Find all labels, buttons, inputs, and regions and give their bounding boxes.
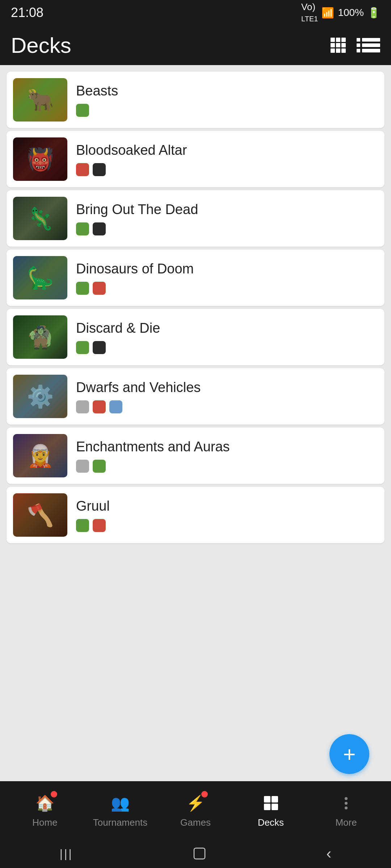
deck-info-bring-out-the-dead: Bring Out The Dead (76, 202, 378, 235)
deck-name: Bloodsoaked Altar (76, 142, 378, 158)
nav-label-games: Games (180, 817, 211, 828)
nav-label-decks: Decks (258, 817, 284, 828)
deck-colors (76, 400, 378, 413)
deck-item-bring-out-the-dead[interactable]: 🦎Bring Out The Dead (7, 190, 384, 247)
deck-item-enchantments-and-auras[interactable]: 🧝Enchantments and Auras (7, 427, 384, 484)
status-bar: 21:08 Vo)LTE1 📶 100% 🔋 (0, 0, 391, 25)
signal-icon: Vo)LTE1 (301, 1, 318, 24)
color-pip-green (76, 282, 89, 295)
nav-label-home: Home (32, 817, 57, 828)
deck-name: Enchantments and Auras (76, 439, 378, 455)
deck-name: Bring Out The Dead (76, 202, 378, 217)
color-pip-gray (76, 460, 89, 473)
grid-view-icon (331, 38, 346, 53)
nav-badge-home (51, 791, 57, 797)
deck-item-bloodsoaked-altar[interactable]: 👹Bloodsoaked Altar (7, 131, 384, 187)
color-pip-green (76, 222, 89, 235)
deck-colors (76, 460, 378, 473)
more-dots-icon (345, 797, 348, 809)
deck-info-discard-and-die: Discard & Die (76, 320, 378, 354)
deck-name: Beasts (76, 83, 378, 99)
color-pip-green (93, 460, 106, 473)
nav-icon-wrap-games: ⚡ (185, 792, 206, 814)
deck-item-beasts[interactable]: 🐂Beasts (7, 72, 384, 128)
deck-thumbnail-image: ⚙️ (27, 384, 54, 409)
app-header: Decks (0, 25, 391, 65)
decks-grid-icon (264, 796, 278, 810)
grid-view-button[interactable] (331, 38, 346, 53)
deck-info-dwarfs-and-vehicles: Dwarfs and Vehicles (76, 380, 378, 413)
deck-colors (76, 282, 378, 295)
add-deck-button[interactable]: + (329, 734, 369, 774)
deck-thumbnail-dinosaurs-of-doom: 🦕 (13, 256, 67, 299)
deck-thumbnail-image: 🧌 (27, 324, 54, 350)
color-pip-green (76, 519, 89, 532)
system-navigation: ||| ‹ (0, 839, 391, 868)
color-pip-green (76, 104, 89, 117)
deck-name: Gruul (76, 498, 378, 514)
deck-thumbnail-image: 🐂 (27, 87, 54, 113)
nav-icon-wrap-home: 🏠 (34, 792, 56, 814)
status-icons: Vo)LTE1 📶 100% 🔋 (301, 1, 380, 24)
deck-item-gruul[interactable]: 🪓Gruul (7, 487, 384, 543)
deck-thumbnail-bring-out-the-dead: 🦎 (13, 197, 67, 240)
fab-container: + (329, 734, 369, 774)
deck-colors (76, 341, 378, 354)
battery-indicator: 100% (338, 7, 364, 18)
deck-thumbnail-image: 🪓 (27, 502, 54, 528)
nav-icon-wrap-tournaments: 👥 (109, 792, 131, 814)
games-icon: ⚡ (186, 794, 205, 812)
nav-item-decks[interactable]: Decks (233, 792, 308, 828)
deck-name: Dinosaurs of Doom (76, 261, 378, 277)
recents-button[interactable]: ||| (60, 847, 73, 860)
deck-thumbnail-gruul: 🪓 (13, 493, 67, 537)
deck-name: Dwarfs and Vehicles (76, 380, 378, 395)
tournaments-icon: 👥 (111, 794, 130, 812)
deck-thumbnail-bloodsoaked-altar: 👹 (13, 137, 67, 181)
color-pip-red (93, 519, 106, 532)
deck-item-dinosaurs-of-doom[interactable]: 🦕Dinosaurs of Doom (7, 250, 384, 306)
home-button[interactable] (192, 846, 207, 861)
deck-colors (76, 222, 378, 235)
deck-list: 🐂Beasts👹Bloodsoaked Altar🦎Bring Out The … (0, 65, 391, 781)
signal-bars: 📶 (321, 7, 334, 19)
svg-rect-0 (194, 848, 205, 859)
nav-item-tournaments[interactable]: 👥Tournaments (83, 792, 158, 828)
deck-colors (76, 519, 378, 532)
nav-label-more: More (335, 817, 357, 828)
deck-item-discard-and-die[interactable]: 🧌Discard & Die (7, 309, 384, 365)
color-pip-gray (76, 400, 89, 413)
deck-colors (76, 163, 378, 176)
nav-label-tournaments: Tournaments (93, 817, 147, 828)
list-view-icon (357, 38, 380, 52)
deck-info-enchantments-and-auras: Enchantments and Auras (76, 439, 378, 473)
deck-info-gruul: Gruul (76, 498, 378, 532)
deck-info-beasts: Beasts (76, 83, 378, 117)
color-pip-black (93, 341, 106, 354)
back-button[interactable]: ‹ (326, 845, 331, 862)
bottom-navigation: 🏠Home👥Tournaments⚡GamesDecksMore (0, 781, 391, 839)
deck-info-dinosaurs-of-doom: Dinosaurs of Doom (76, 261, 378, 295)
color-pip-red (93, 282, 106, 295)
nav-badge-games (201, 791, 208, 797)
deck-thumbnail-image: 👹 (27, 146, 54, 172)
deck-item-dwarfs-and-vehicles[interactable]: ⚙️Dwarfs and Vehicles (7, 368, 384, 425)
nav-item-games[interactable]: ⚡Games (158, 792, 233, 828)
list-view-button[interactable] (357, 38, 380, 52)
status-time: 21:08 (11, 5, 43, 20)
color-pip-black (93, 163, 106, 176)
battery-icon: 🔋 (367, 7, 380, 19)
nav-icon-wrap-more (335, 792, 357, 814)
deck-thumbnail-image: 🧝 (27, 443, 54, 469)
nav-item-more[interactable]: More (308, 792, 384, 828)
nav-icon-wrap-decks (260, 792, 282, 814)
color-pip-blue (109, 400, 122, 413)
header-actions (331, 38, 380, 53)
deck-thumbnail-enchantments-and-auras: 🧝 (13, 434, 67, 477)
nav-item-home[interactable]: 🏠Home (7, 792, 83, 828)
deck-thumbnail-discard-and-die: 🧌 (13, 315, 67, 359)
deck-info-bloodsoaked-altar: Bloodsoaked Altar (76, 142, 378, 176)
deck-thumbnail-image: 🦎 (27, 206, 54, 231)
page-title: Decks (11, 33, 71, 58)
deck-colors (76, 104, 378, 117)
